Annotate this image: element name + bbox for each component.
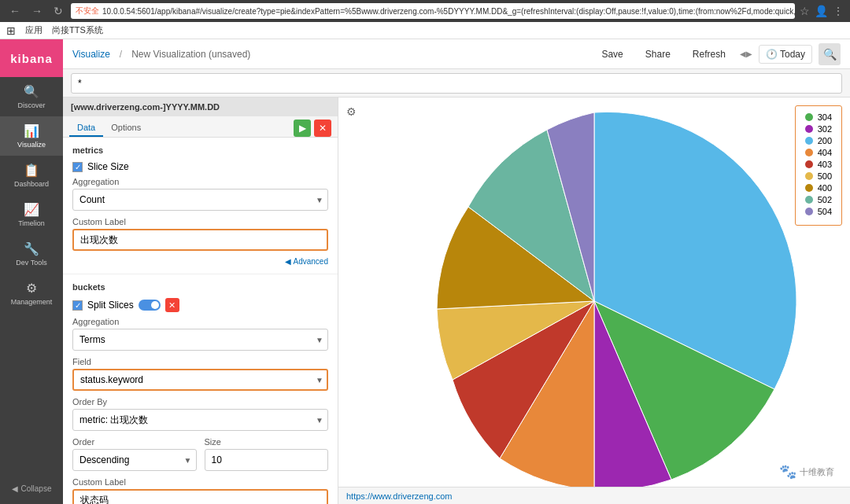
split-slices-row: ✓ Split Slices ✕ (72, 298, 328, 312)
body-split: [www.driverzeng.com-]YYYY.MM.DD Data Opt… (63, 97, 850, 504)
security-warning: 不安全 (76, 6, 99, 17)
apps-label: 应用 (25, 24, 42, 36)
panel-tabs: Data Options ▶ ✕ (63, 116, 338, 138)
legend-item-504: 504 (805, 207, 832, 216)
bucket-aggregation-select[interactable]: Terms (72, 329, 328, 351)
legend-item-200: 200 (805, 136, 832, 145)
split-slices-label: Split Slices (87, 300, 134, 311)
legend-item-304: 304 (805, 112, 832, 122)
order-select[interactable]: Descending (72, 449, 197, 471)
left-panel: [www.driverzeng.com-]YYYY.MM.DD Data Opt… (63, 97, 338, 504)
breadcrumb-separator: / (120, 49, 122, 60)
order-field: Order Descending ▼ (72, 437, 197, 471)
custom-label-input[interactable] (72, 229, 328, 251)
watermark-text: 十维教育 (800, 466, 834, 478)
legend-dot-302 (805, 125, 813, 133)
browser-icons: ☆ 👤 ⋮ (800, 5, 844, 17)
url-bar: https://www.driverzeng.com (338, 487, 850, 504)
field-select[interactable]: status.keyword (72, 369, 328, 391)
aggregation-field: Aggregation Count ▼ (72, 177, 328, 211)
collapse-button[interactable]: ◀ Collapse (0, 473, 63, 504)
slice-size-checkbox[interactable]: ✓ (72, 162, 83, 172)
sidebar-item-label: Dashboard (14, 180, 49, 188)
order-by-select[interactable]: metric: 出现次数 (72, 409, 328, 431)
size-input[interactable] (205, 449, 329, 471)
refresh-chevron-icon: ◀▶ (740, 50, 752, 58)
kibana-logo: kibana (0, 39, 63, 77)
refresh-button[interactable]: Refresh (685, 46, 734, 63)
bucket-aggregation-field: Aggregation Terms ▼ (72, 317, 328, 351)
save-button[interactable]: Save (593, 46, 630, 63)
slice-size-label: Slice Size (87, 161, 129, 172)
menu-icon[interactable]: ⋮ (833, 5, 844, 17)
sidebar-item-discover[interactable]: 🔍 Discover (0, 77, 63, 116)
legend-dot-200 (805, 137, 813, 145)
grid-icon: ⊞ (6, 24, 16, 37)
forward-button[interactable]: → (28, 3, 46, 19)
bookmark-icon[interactable]: ☆ (800, 5, 810, 17)
discover-icon: 🔍 (24, 84, 39, 99)
sidebar-item-visualize[interactable]: 📊 Visualize (0, 116, 63, 156)
legend-box: 304 302 200 404 (795, 105, 842, 226)
search-button[interactable]: 🔍 (819, 43, 841, 65)
aggregation-select[interactable]: Count (72, 189, 328, 211)
sidebar-item-label: Management (11, 298, 53, 306)
sidebar-item-dashboard[interactable]: 📋 Dashboard (0, 156, 63, 195)
bucket-custom-label-input[interactable] (72, 489, 328, 504)
aggregation-label: Aggregation (72, 177, 328, 186)
sidebar-item-management[interactable]: ⚙ Management (0, 274, 63, 313)
top-toolbar: Visualize / New Visualization (unsaved) … (63, 39, 850, 69)
split-slices-checkbox[interactable]: ✓ (72, 300, 83, 311)
run-button[interactable]: ▶ (294, 120, 311, 137)
legend-label-304: 304 (818, 112, 832, 122)
search-bar (63, 69, 850, 97)
legend-label-403: 403 (818, 160, 832, 169)
app-bar: ⊞ 应用 尚接TTS系统 (0, 22, 850, 39)
size-field: Size (205, 437, 329, 471)
share-button[interactable]: Share (638, 46, 678, 63)
visualize-icon: 📊 (24, 123, 39, 138)
custom-label-label: Custom Label (72, 217, 328, 226)
bucket-aggregation-wrap: Terms ▼ (72, 329, 328, 351)
content-area: Visualize / New Visualization (unsaved) … (63, 39, 850, 504)
tab-options[interactable]: Options (103, 120, 149, 137)
sidebar-item-label: Timelion (18, 219, 45, 227)
order-by-label: Order By (72, 397, 328, 407)
search-input[interactable] (71, 73, 842, 94)
legend-label-404: 404 (818, 148, 832, 157)
today-label: Today (780, 49, 805, 60)
size-label: Size (205, 437, 329, 447)
metrics-title: metrics (72, 145, 328, 155)
reload-button[interactable]: ↻ (50, 3, 66, 19)
buckets-title: buckets (72, 282, 328, 292)
sidebar-item-timelion[interactable]: 📈 Timelion (0, 195, 63, 234)
legend-dot-304 (805, 113, 813, 121)
legend-item-404: 404 (805, 148, 832, 157)
custom-label-field: Custom Label (72, 217, 328, 251)
field-label: Field (72, 357, 328, 366)
date-picker[interactable]: 🕐 Today (759, 45, 812, 64)
panel-title: [www.driverzeng.com-]YYYY.MM.DD (71, 102, 220, 112)
legend-dot-400 (805, 184, 813, 192)
collapse-label: Collapse (21, 484, 52, 493)
advanced-link-metrics[interactable]: Advanced (72, 257, 328, 266)
legend-label-400: 400 (818, 183, 832, 193)
right-panel: ⚙ (338, 97, 850, 504)
order-size-row: Order Descending ▼ Size (72, 437, 328, 477)
address-bar[interactable]: 不安全 10.0.0.54:5601/app/kibana#/visualize… (71, 3, 795, 19)
sidebar-item-devtools[interactable]: 🔧 Dev Tools (0, 234, 63, 274)
dashboard-icon: 📋 (24, 163, 39, 178)
user-icon[interactable]: 👤 (815, 5, 828, 17)
sidebar-item-label: Visualize (17, 141, 46, 149)
cancel-button[interactable]: ✕ (314, 120, 331, 137)
sidebar-item-label: Discover (17, 101, 45, 109)
breadcrumb-visualize[interactable]: Visualize (72, 49, 110, 60)
legend-dot-403 (805, 160, 813, 168)
back-button[interactable]: ← (6, 3, 24, 19)
split-slices-toggle[interactable] (139, 300, 161, 311)
tab-data[interactable]: Data (69, 120, 103, 137)
legend-dot-504 (805, 208, 813, 215)
delete-bucket-button[interactable]: ✕ (165, 298, 179, 312)
collapse-icon: ◀ (12, 484, 18, 493)
sidebar-item-label: Dev Tools (16, 259, 46, 267)
